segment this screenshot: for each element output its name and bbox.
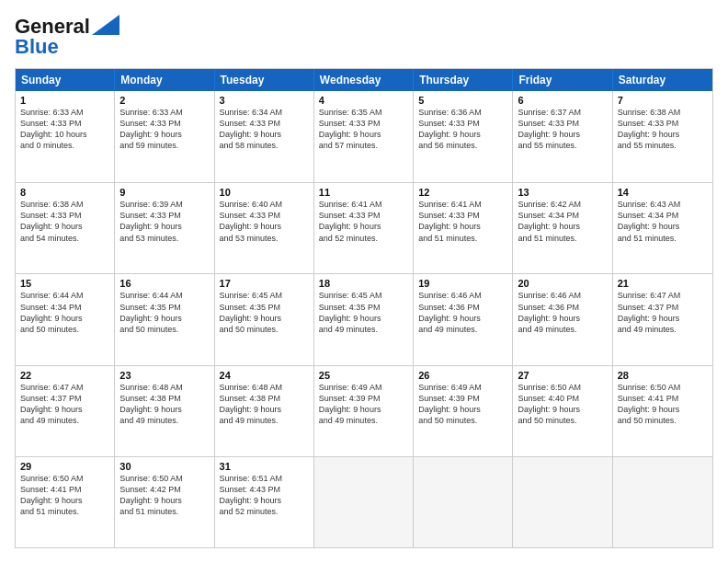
- cell-info-line: Sunset: 4:41 PM: [618, 393, 708, 404]
- cell-info-line: Sunrise: 6:50 AM: [518, 382, 607, 393]
- day-number: 15: [20, 278, 109, 289]
- cell-info-line: Sunset: 4:33 PM: [418, 118, 507, 129]
- cell-info-line: Sunrise: 6:44 AM: [20, 290, 109, 301]
- cell-info-line: Sunrise: 6:38 AM: [20, 199, 109, 210]
- day-number: 30: [119, 461, 209, 472]
- cell-info-line: Sunset: 4:37 PM: [618, 302, 708, 313]
- cell-info-line: Sunset: 4:35 PM: [220, 302, 309, 313]
- cell-info-line: and 49 minutes.: [20, 415, 109, 426]
- calendar-cell: 4Sunrise: 6:35 AMSunset: 4:33 PMDaylight…: [314, 91, 414, 182]
- day-number: 19: [418, 278, 507, 289]
- calendar-cell: 19Sunrise: 6:46 AMSunset: 4:36 PMDayligh…: [414, 274, 513, 364]
- svg-marker-0: [92, 15, 119, 35]
- day-number: 14: [618, 187, 708, 198]
- cell-info-line: Daylight: 9 hours: [618, 313, 708, 324]
- cell-info-line: Daylight: 9 hours: [220, 495, 309, 506]
- day-number: 17: [220, 278, 309, 289]
- cell-info-line: and 56 minutes.: [418, 140, 507, 151]
- cell-info-line: Daylight: 9 hours: [618, 129, 708, 140]
- cell-info-line: Sunset: 4:33 PM: [418, 210, 507, 221]
- cell-info-line: Sunrise: 6:47 AM: [20, 382, 109, 393]
- cell-info-line: Daylight: 9 hours: [618, 404, 708, 415]
- header-day-sunday: Sunday: [16, 69, 115, 91]
- cell-info-line: Daylight: 9 hours: [518, 404, 607, 415]
- cell-info-line: Daylight: 9 hours: [20, 221, 109, 232]
- cell-info-line: Sunset: 4:35 PM: [319, 302, 408, 313]
- cell-info-line: Daylight: 9 hours: [20, 313, 109, 324]
- calendar-cell: 23Sunrise: 6:48 AMSunset: 4:38 PMDayligh…: [115, 366, 214, 456]
- day-number: 26: [418, 370, 507, 381]
- cell-info-line: and 50 minutes.: [618, 415, 708, 426]
- calendar-cell: 22Sunrise: 6:47 AMSunset: 4:37 PMDayligh…: [16, 366, 115, 456]
- calendar-cell: 8Sunrise: 6:38 AMSunset: 4:33 PMDaylight…: [16, 183, 115, 273]
- header-day-thursday: Thursday: [414, 69, 513, 91]
- cell-info-line: and 54 minutes.: [20, 233, 109, 244]
- day-number: 8: [20, 187, 109, 198]
- calendar-row-1: 1Sunrise: 6:33 AMSunset: 4:33 PMDaylight…: [16, 91, 712, 182]
- day-number: 25: [319, 370, 408, 381]
- cell-info-line: Daylight: 10 hours: [20, 129, 109, 140]
- day-number: 2: [119, 95, 209, 106]
- logo: General Blue: [15, 15, 119, 59]
- cell-info-line: Sunset: 4:33 PM: [220, 210, 309, 221]
- cell-info-line: Sunset: 4:43 PM: [220, 484, 309, 495]
- day-number: 28: [618, 370, 708, 381]
- header-day-monday: Monday: [115, 69, 214, 91]
- cell-info-line: and 51 minutes.: [518, 233, 607, 244]
- cell-info-line: Daylight: 9 hours: [319, 221, 408, 232]
- calendar-row-4: 22Sunrise: 6:47 AMSunset: 4:37 PMDayligh…: [16, 365, 712, 456]
- calendar-cell: 16Sunrise: 6:44 AMSunset: 4:35 PMDayligh…: [115, 274, 214, 364]
- calendar-cell: 21Sunrise: 6:47 AMSunset: 4:37 PMDayligh…: [613, 274, 712, 364]
- day-number: 31: [220, 461, 309, 472]
- cell-info-line: Daylight: 9 hours: [518, 221, 607, 232]
- calendar-cell: 14Sunrise: 6:43 AMSunset: 4:34 PMDayligh…: [613, 183, 712, 273]
- cell-info-line: Sunset: 4:33 PM: [319, 210, 408, 221]
- calendar-cell: 29Sunrise: 6:50 AMSunset: 4:41 PMDayligh…: [16, 457, 115, 547]
- cell-info-line: and 55 minutes.: [618, 140, 708, 151]
- cell-info-line: Sunrise: 6:46 AM: [518, 290, 607, 301]
- cell-info-line: and 53 minutes.: [220, 233, 309, 244]
- cell-info-line: and 49 minutes.: [618, 324, 708, 335]
- cell-info-line: and 50 minutes.: [220, 324, 309, 335]
- calendar-cell: 27Sunrise: 6:50 AMSunset: 4:40 PMDayligh…: [513, 366, 612, 456]
- cell-info-line: Daylight: 9 hours: [319, 404, 408, 415]
- day-number: 9: [119, 187, 209, 198]
- calendar-cell: [513, 457, 612, 547]
- cell-info-line: Sunrise: 6:34 AM: [220, 107, 309, 118]
- cell-info-line: Sunset: 4:37 PM: [20, 393, 109, 404]
- logo-blue: Blue: [15, 35, 59, 59]
- cell-info-line: Sunset: 4:42 PM: [119, 484, 209, 495]
- cell-info-line: Sunrise: 6:48 AM: [220, 382, 309, 393]
- cell-info-line: Sunset: 4:39 PM: [319, 393, 408, 404]
- cell-info-line: and 58 minutes.: [220, 140, 309, 151]
- calendar-cell: 9Sunrise: 6:39 AMSunset: 4:33 PMDaylight…: [115, 183, 214, 273]
- cell-info-line: Sunrise: 6:45 AM: [319, 290, 408, 301]
- cell-info-line: Daylight: 9 hours: [119, 129, 209, 140]
- cell-info-line: Daylight: 9 hours: [618, 221, 708, 232]
- cell-info-line: and 55 minutes.: [518, 140, 607, 151]
- calendar-cell: 13Sunrise: 6:42 AMSunset: 4:34 PMDayligh…: [513, 183, 612, 273]
- day-number: 27: [518, 370, 607, 381]
- day-number: 6: [518, 95, 607, 106]
- calendar-cell: 20Sunrise: 6:46 AMSunset: 4:36 PMDayligh…: [513, 274, 612, 364]
- cell-info-line: Sunset: 4:33 PM: [20, 118, 109, 129]
- cell-info-line: Sunset: 4:33 PM: [518, 118, 607, 129]
- header-day-wednesday: Wednesday: [314, 69, 414, 91]
- cell-info-line: Daylight: 9 hours: [119, 313, 209, 324]
- calendar-cell: [414, 457, 513, 547]
- calendar-cell: 31Sunrise: 6:51 AMSunset: 4:43 PMDayligh…: [215, 457, 314, 547]
- day-number: 7: [618, 95, 708, 106]
- cell-info-line: Sunrise: 6:40 AM: [220, 199, 309, 210]
- cell-info-line: Daylight: 9 hours: [418, 313, 507, 324]
- header-day-tuesday: Tuesday: [215, 69, 314, 91]
- cell-info-line: Sunset: 4:36 PM: [518, 302, 607, 313]
- day-number: 13: [518, 187, 607, 198]
- day-number: 24: [220, 370, 309, 381]
- day-number: 22: [20, 370, 109, 381]
- cell-info-line: Sunrise: 6:42 AM: [518, 199, 607, 210]
- calendar-cell: 25Sunrise: 6:49 AMSunset: 4:39 PMDayligh…: [314, 366, 414, 456]
- day-number: 29: [20, 461, 109, 472]
- cell-info-line: Sunset: 4:34 PM: [20, 302, 109, 313]
- day-number: 12: [418, 187, 507, 198]
- cell-info-line: Sunset: 4:33 PM: [319, 118, 408, 129]
